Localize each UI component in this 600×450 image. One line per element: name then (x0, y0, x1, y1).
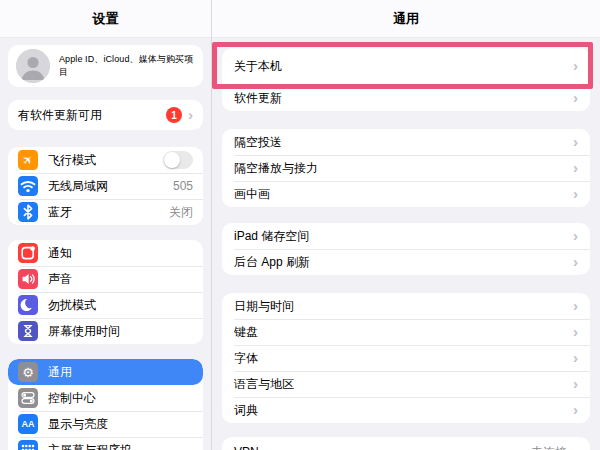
software-update-available-row[interactable]: 有软件更新可用 1 › (8, 100, 203, 130)
screen-time-icon (18, 321, 38, 341)
row-picture-in-picture[interactable]: 画中画 › (222, 181, 590, 207)
general-content[interactable]: 关于本机 › 软件更新 › 隔空投送 › 隔空播放与接力 › 画中 (212, 38, 600, 450)
connectivity-group: ✈ 飞行模式 无线局域网 505 (8, 147, 203, 225)
row-language-region[interactable]: 语言与地区 › (222, 371, 590, 397)
display-brightness-icon: AA (18, 414, 38, 434)
chevron-right-icon: › (573, 402, 578, 417)
sidebar-item-general[interactable]: ⚙ 通用 (8, 359, 203, 385)
sidebar-item-wifi[interactable]: 无线局域网 505 (8, 173, 203, 199)
storage-group: iPad 储存空间 › 后台 App 刷新 › (222, 223, 590, 275)
main-header: 通用 (212, 0, 600, 38)
main-title: 通用 (393, 10, 419, 28)
sidebar-item-home-screen-dock[interactable]: 主屏幕与程序坞 (8, 437, 203, 450)
row-dictionary[interactable]: 词典 › (222, 397, 590, 423)
chevron-right-icon: › (573, 254, 578, 269)
vpn-status-value: 未连接 (531, 444, 567, 450)
chevron-right-icon: › (188, 107, 193, 122)
general-group: ⚙ 通用 控制中心 AA 显示与亮度 (8, 359, 203, 450)
vpn-group: VPN 未连接 › (222, 437, 590, 450)
row-vpn[interactable]: VPN 未连接 › (222, 437, 590, 450)
notifications-icon (18, 243, 38, 263)
update-count-badge: 1 (166, 107, 182, 123)
software-update-label: 有软件更新可用 (18, 107, 102, 124)
do-not-disturb-icon (18, 295, 38, 315)
sidebar-title: 设置 (93, 10, 119, 28)
sidebar-item-display-brightness[interactable]: AA 显示与亮度 (8, 411, 203, 437)
sidebar-scroll[interactable]: Apple ID、iCloud、媒体与购买项目 有软件更新可用 1 › ✈ 飞行… (0, 38, 211, 450)
apple-id-card: Apple ID、iCloud、媒体与购买项目 (8, 45, 203, 87)
sidebar-item-do-not-disturb[interactable]: 勿扰模式 (8, 292, 203, 318)
chevron-right-icon: › (573, 186, 578, 201)
sidebar-item-notifications[interactable]: 通知 (8, 240, 203, 266)
airplane-icon: ✈ (18, 150, 38, 170)
software-update-card: 有软件更新可用 1 › (8, 100, 203, 130)
bluetooth-icon (18, 202, 38, 222)
sidebar-item-screen-time[interactable]: 屏幕使用时间 (8, 318, 203, 344)
chevron-right-icon: › (573, 444, 578, 450)
wifi-icon (18, 176, 38, 196)
row-software-update[interactable]: 软件更新 › (222, 85, 590, 111)
apple-id-row[interactable]: Apple ID、iCloud、媒体与购买项目 (8, 45, 203, 87)
about-update-group: 关于本机 › 软件更新 › (222, 48, 590, 111)
sidebar-item-sounds[interactable]: 声音 (8, 266, 203, 292)
chevron-right-icon: › (573, 58, 578, 73)
home-screen-dock-icon (18, 440, 38, 450)
row-about-this-device[interactable]: 关于本机 › (222, 48, 590, 85)
wifi-network-value: 505 (173, 179, 193, 193)
chevron-right-icon: › (573, 160, 578, 175)
row-ipad-storage[interactable]: iPad 储存空间 › (222, 223, 590, 249)
chevron-right-icon: › (573, 298, 578, 313)
row-fonts[interactable]: 字体 › (222, 345, 590, 371)
bluetooth-status-value: 关闭 (169, 204, 193, 221)
sidebar-item-control-center[interactable]: 控制中心 (8, 385, 203, 411)
locale-group: 日期与时间 › 键盘 › 字体 › 语言与地区 › 词典 (222, 293, 590, 423)
apple-id-label: Apple ID、iCloud、媒体与购买项目 (59, 53, 195, 79)
chevron-right-icon: › (573, 324, 578, 339)
chevron-right-icon: › (573, 376, 578, 391)
alerts-group: 通知 声音 勿扰模式 (8, 240, 203, 344)
airplane-mode-toggle[interactable] (163, 151, 193, 169)
row-airplay-handoff[interactable]: 隔空播放与接力 › (222, 155, 590, 181)
sounds-icon (18, 269, 38, 289)
settings-sidebar: 设置 Apple ID、iCloud、媒体与购买项目 有软件更新可用 1 › (0, 0, 212, 450)
row-background-app-refresh[interactable]: 后台 App 刷新 › (222, 249, 590, 275)
general-gear-icon: ⚙ (18, 362, 38, 382)
sidebar-item-airplane-mode[interactable]: ✈ 飞行模式 (8, 147, 203, 173)
control-center-icon (18, 388, 38, 408)
general-panel: 通用 关于本机 › 软件更新 › 隔空投送 › 隔空播放与接力 (212, 0, 600, 450)
chevron-right-icon: › (573, 134, 578, 149)
chevron-right-icon: › (573, 350, 578, 365)
avatar (16, 49, 50, 83)
chevron-right-icon: › (573, 228, 578, 243)
sidebar-header: 设置 (0, 0, 211, 38)
airdrop-group: 隔空投送 › 隔空播放与接力 › 画中画 › (222, 129, 590, 207)
chevron-right-icon: › (573, 90, 578, 105)
row-keyboard[interactable]: 键盘 › (222, 319, 590, 345)
sidebar-item-bluetooth[interactable]: 蓝牙 关闭 (8, 199, 203, 225)
row-airdrop[interactable]: 隔空投送 › (222, 129, 590, 155)
row-date-time[interactable]: 日期与时间 › (222, 293, 590, 319)
